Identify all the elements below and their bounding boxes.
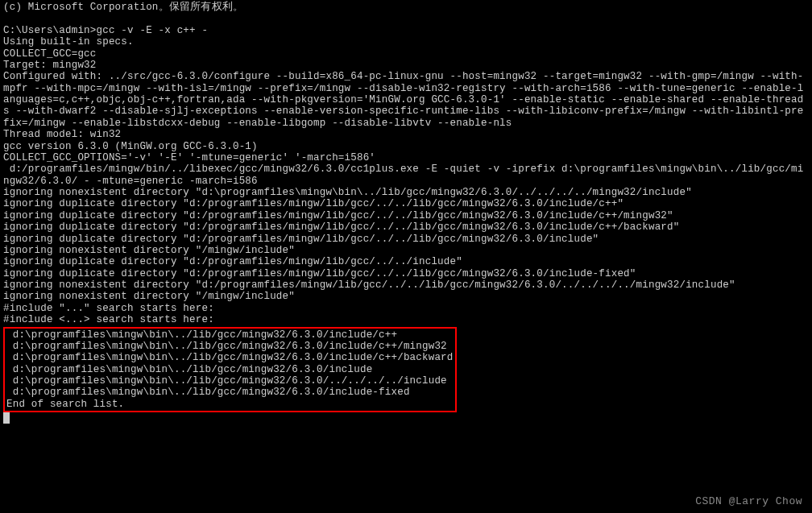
ignore-line: ignoring duplicate directory "d:/program… (3, 210, 809, 221)
output-cc1plus: d:/programfiles/mingw/bin/../libexec/gcc… (3, 163, 809, 187)
search-path: d:\programfiles\mingw\bin\../lib/gcc/min… (6, 329, 454, 341)
watermark-text: CSDN @Larry Chow (695, 496, 802, 508)
command-prompt-line: C:\Users\admin>gcc -v -E -x c++ - (3, 25, 809, 36)
output-collect-gcc: COLLECT_GCC=gcc (3, 48, 809, 60)
output-target: Target: mingw32 (3, 60, 809, 71)
search-path: d:\programfiles\mingw\bin\../lib/gcc/min… (6, 364, 454, 375)
cursor-line[interactable] (3, 412, 809, 424)
ignore-line: ignoring duplicate directory "d:/program… (3, 234, 809, 245)
output-gcc-version: gcc version 6.3.0 (MinGW.org GCC-6.3.0-1… (3, 141, 809, 152)
copyright-line: (c) Microsoft Corporation。保留所有权利。 (3, 2, 809, 13)
ignore-line: ignoring duplicate directory "d:/program… (3, 221, 809, 233)
search-path: d:\programfiles\mingw\bin\../lib/gcc/min… (6, 387, 454, 398)
ignore-line: ignoring nonexistent directory "d:\progr… (3, 187, 809, 198)
include-angle-header: #include <...> search starts here: (3, 314, 809, 325)
cursor-icon (3, 412, 10, 424)
search-path: d:\programfiles\mingw\bin\../lib/gcc/min… (6, 375, 454, 387)
output-collect-options: COLLECT_GCC_OPTIONS='-v' '-E' '-mtune=ge… (3, 152, 809, 163)
output-thread-model: Thread model: win32 (3, 129, 809, 140)
ignore-line: ignoring nonexistent directory "/mingw/i… (3, 291, 809, 302)
ignore-line: ignoring nonexistent directory "/mingw/i… (3, 245, 809, 256)
ignore-line: ignoring duplicate directory "d:/program… (3, 198, 809, 209)
output-specs: Using built-in specs. (3, 36, 809, 48)
terminal-output[interactable]: (c) Microsoft Corporation。保留所有权利。 C:\Use… (3, 2, 809, 424)
search-path: d:\programfiles\mingw\bin\../lib/gcc/min… (6, 341, 454, 352)
blank-line (3, 13, 809, 24)
ignore-line: ignoring nonexistent directory "d:/progr… (3, 279, 809, 291)
search-path: d:\programfiles\mingw\bin\../lib/gcc/min… (6, 352, 454, 363)
end-search-list: End of search list. (6, 399, 454, 410)
output-configured: Configured with: ../src/gcc-6.3.0/config… (3, 71, 809, 129)
ignore-line: ignoring duplicate directory "d:/program… (3, 256, 809, 267)
include-quote-header: #include "..." search starts here: (3, 303, 809, 314)
search-paths-highlight: d:\programfiles\mingw\bin\../lib/gcc/min… (3, 327, 457, 413)
ignore-line: ignoring duplicate directory "d:/program… (3, 268, 809, 279)
